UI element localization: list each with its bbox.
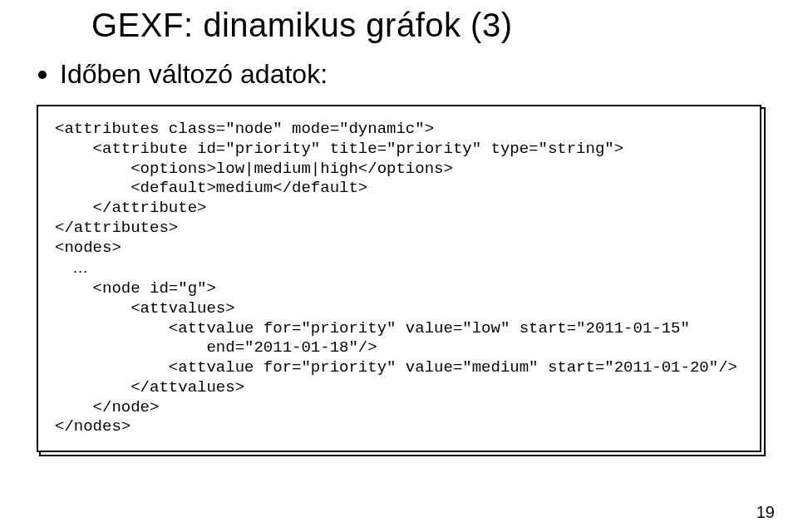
bullet-text: Időben változó adatok: <box>60 59 328 90</box>
code-line: … <box>55 259 88 276</box>
code-line: </attribute> <box>55 199 206 217</box>
code-line: end="2011-01-18"/> <box>55 338 377 357</box>
code-line: </node> <box>55 398 159 416</box>
code-line: <node id="g"> <box>55 279 216 298</box>
code-line: <attribute id="priority" title="priority… <box>55 140 623 158</box>
code-line: <attvalues> <box>55 299 235 318</box>
code-line: <attvalue for="priority" value="low" sta… <box>55 319 690 337</box>
code-box: <attributes class="node" mode="dynamic">… <box>37 105 761 452</box>
code-line: </nodes> <box>55 417 131 436</box>
code-line: <attvalue for="priority" value="medium" … <box>55 358 737 377</box>
code-block: <attributes class="node" mode="dynamic">… <box>55 120 743 437</box>
code-line: <default>medium</default> <box>55 179 367 197</box>
code-line: <nodes> <box>55 239 121 257</box>
slide: GEXF: dinamikus gráfok (3) Időben változ… <box>0 0 798 532</box>
code-line: <attributes class="node" mode="dynamic"> <box>55 120 434 138</box>
slide-title: GEXF: dinamikus gráfok (3) <box>91 7 765 44</box>
bullet-icon <box>38 71 47 79</box>
code-line: </attributes> <box>55 219 178 237</box>
bullet-row: Időben változó adatok: <box>38 59 765 90</box>
code-line: </attvalues> <box>55 378 244 397</box>
page-number: 19 <box>756 503 775 522</box>
code-line: <options>low|medium|high</options> <box>55 160 453 178</box>
